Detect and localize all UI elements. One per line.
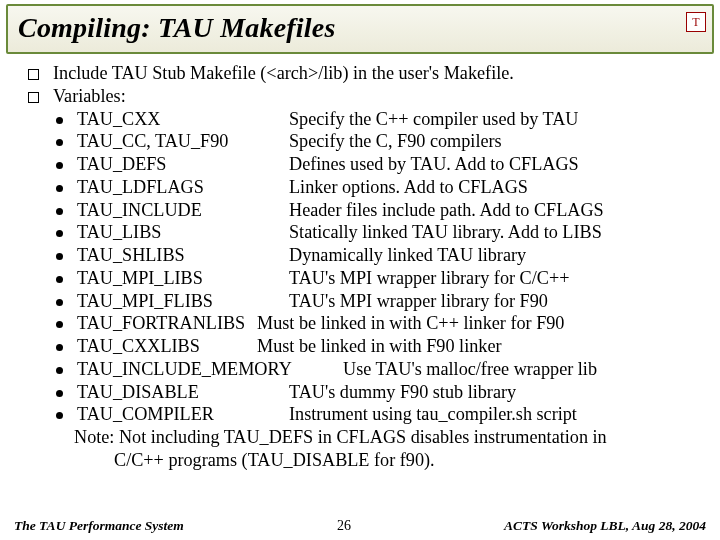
- variable-name: TAU_FORTRANLIBS: [77, 312, 257, 335]
- disc-bullet-icon: [56, 117, 63, 124]
- variable-description: TAU's dummy F90 stub library: [289, 381, 702, 404]
- variable-name: TAU_DISABLE: [77, 381, 289, 404]
- square-bullet-icon: [28, 92, 39, 103]
- variable-description: Defines used by TAU. Add to CFLAGS: [289, 153, 702, 176]
- variable-name: TAU_MPI_FLIBS: [77, 290, 289, 313]
- variable-description: Use TAU's malloc/free wrapper lib: [343, 358, 702, 381]
- disc-bullet-icon: [56, 230, 63, 237]
- variable-row: TAU_MPI_FLIBSTAU's MPI wrapper library f…: [28, 290, 702, 313]
- disc-bullet-icon: [56, 367, 63, 374]
- footer-left: The TAU Performance System: [14, 518, 184, 534]
- variable-row: TAU_CC, TAU_F90Specify the C, F90 compil…: [28, 130, 702, 153]
- variable-description: Linker options. Add to CFLAGS: [289, 176, 702, 199]
- variable-name: TAU_LDFLAGS: [77, 176, 289, 199]
- variable-row: TAU_LIBSStatically linked TAU library. A…: [28, 221, 702, 244]
- variable-row: TAU_DEFSDefines used by TAU. Add to CFLA…: [28, 153, 702, 176]
- bullet-variables: Variables:: [28, 85, 702, 108]
- variable-row: TAU_SHLIBSDynamically linked TAU library: [28, 244, 702, 267]
- disc-bullet-icon: [56, 344, 63, 351]
- disc-bullet-icon: [56, 162, 63, 169]
- note-line-2: C/C++ programs (TAU_DISABLE for f90).: [114, 449, 702, 472]
- variable-name: TAU_SHLIBS: [77, 244, 289, 267]
- footer-right: ACTS Workshop LBL, Aug 28, 2004: [504, 518, 706, 534]
- variable-description: Instrument using tau_compiler.sh script: [289, 403, 702, 426]
- variable-row: TAU_MPI_LIBSTAU's MPI wrapper library fo…: [28, 267, 702, 290]
- variable-description: TAU's MPI wrapper library for C/C++: [289, 267, 702, 290]
- title-bar: Compiling: TAU Makefiles T: [6, 4, 714, 54]
- disc-bullet-icon: [56, 208, 63, 215]
- variable-name: TAU_DEFS: [77, 153, 289, 176]
- disc-bullet-icon: [56, 139, 63, 146]
- variables-list: TAU_CXXSpecify the C++ compiler used by …: [28, 108, 702, 427]
- variable-name: TAU_MPI_LIBS: [77, 267, 289, 290]
- disc-bullet-icon: [56, 253, 63, 260]
- variable-row: TAU_FORTRANLIBSMust be linked in with C+…: [28, 312, 702, 335]
- variable-description: Statically linked TAU library. Add to LI…: [289, 221, 702, 244]
- variable-row: TAU_DISABLETAU's dummy F90 stub library: [28, 381, 702, 404]
- disc-bullet-icon: [56, 185, 63, 192]
- variable-name: TAU_CXX: [77, 108, 289, 131]
- disc-bullet-icon: [56, 412, 63, 419]
- variable-description: Must be linked in with F90 linker: [257, 335, 702, 358]
- bullet-text: Variables:: [53, 85, 126, 108]
- variable-row: TAU_CXXSpecify the C++ compiler used by …: [28, 108, 702, 131]
- variable-row: TAU_COMPILERInstrument using tau_compile…: [28, 403, 702, 426]
- disc-bullet-icon: [56, 390, 63, 397]
- variable-description: Must be linked in with C++ linker for F9…: [257, 312, 702, 335]
- variable-name: TAU_INCLUDE_MEMORY: [77, 358, 343, 381]
- variable-description: Specify the C++ compiler used by TAU: [289, 108, 702, 131]
- bullet-include: Include TAU Stub Makefile (<arch>/lib) i…: [28, 62, 702, 85]
- variable-name: TAU_CC, TAU_F90: [77, 130, 289, 153]
- variable-name: TAU_LIBS: [77, 221, 289, 244]
- disc-bullet-icon: [56, 321, 63, 328]
- variable-name: TAU_CXXLIBS: [77, 335, 257, 358]
- variable-row: TAU_INCLUDE_MEMORYUse TAU's malloc/free …: [28, 358, 702, 381]
- variable-description: Dynamically linked TAU library: [289, 244, 702, 267]
- tau-logo-icon: T: [686, 12, 706, 32]
- variable-name: TAU_INCLUDE: [77, 199, 289, 222]
- variable-description: TAU's MPI wrapper library for F90: [289, 290, 702, 313]
- slide-footer: The TAU Performance System 26 ACTS Works…: [0, 518, 720, 534]
- slide-number: 26: [337, 518, 351, 534]
- square-bullet-icon: [28, 69, 39, 80]
- disc-bullet-icon: [56, 299, 63, 306]
- variable-row: TAU_INCLUDEHeader files include path. Ad…: [28, 199, 702, 222]
- variable-description: Specify the C, F90 compilers: [289, 130, 702, 153]
- note-line-1: Note: Not including TAU_DEFS in CFLAGS d…: [74, 426, 702, 449]
- bullet-text: Include TAU Stub Makefile (<arch>/lib) i…: [53, 62, 514, 85]
- variable-description: Header files include path. Add to CFLAGS: [289, 199, 702, 222]
- variable-row: TAU_LDFLAGSLinker options. Add to CFLAGS: [28, 176, 702, 199]
- variable-name: TAU_COMPILER: [77, 403, 289, 426]
- slide-content: Include TAU Stub Makefile (<arch>/lib) i…: [0, 56, 720, 472]
- slide-title: Compiling: TAU Makefiles: [18, 12, 702, 44]
- variable-row: TAU_CXXLIBSMust be linked in with F90 li…: [28, 335, 702, 358]
- disc-bullet-icon: [56, 276, 63, 283]
